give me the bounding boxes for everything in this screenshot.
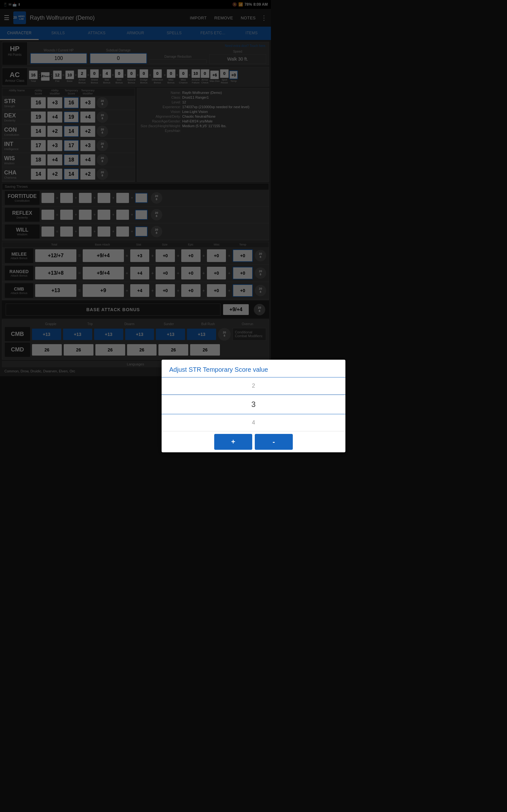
modal-actions: + - [162, 432, 271, 435]
modal-dialog: Adjust STR Temporary Score value 2 3 4 +… [162, 360, 271, 435]
picker-value-prev: 2 [162, 377, 271, 395]
modal-picker: 2 3 4 [162, 377, 271, 432]
picker-value-selected: 3 [162, 395, 271, 414]
picker-value-next: 4 [162, 414, 271, 432]
modal-minus-button[interactable]: - [255, 434, 271, 435]
modal-overlay[interactable]: Adjust STR Temporary Score value 2 3 4 +… [0, 0, 271, 435]
modal-title: Adjust STR Temporary Score value [162, 360, 271, 377]
modal-plus-button[interactable]: + [214, 434, 252, 435]
